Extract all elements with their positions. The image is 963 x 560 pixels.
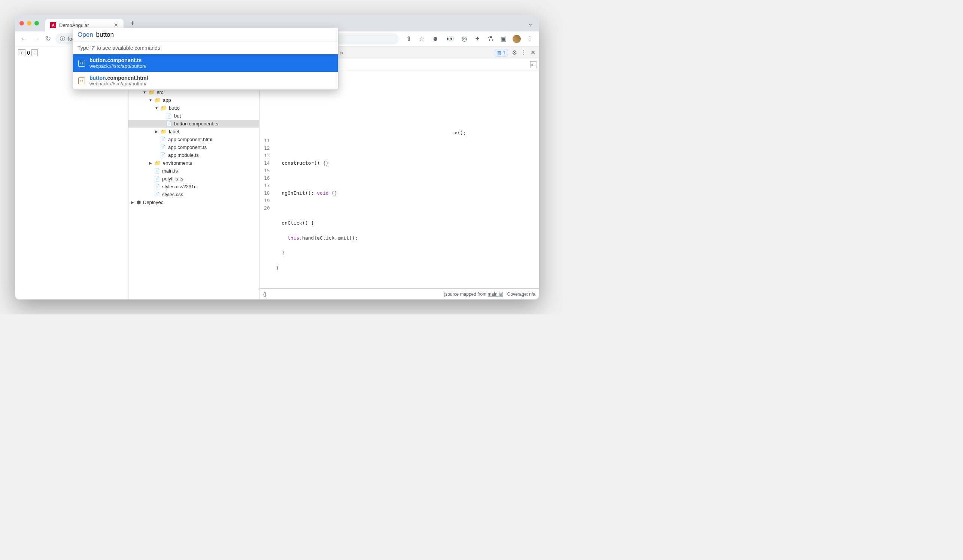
open-file-hint: Type '?' to see available commands: [73, 42, 338, 54]
issues-count: 1: [503, 50, 506, 55]
tree-app[interactable]: ▼📁app: [128, 96, 259, 104]
decrement-button[interactable]: -: [31, 49, 38, 56]
pretty-print-icon[interactable]: {}: [263, 291, 266, 297]
tree-label-folder[interactable]: ▶📁label: [128, 128, 259, 136]
issues-icon: ▤: [497, 50, 501, 55]
open-file-input[interactable]: [96, 31, 334, 39]
devtools-panel: ⬀ ▭ Elements Console Sources Network Per…: [128, 47, 539, 299]
code-text[interactable]: constructor() {} ngOnInit(): void {} onC…: [273, 136, 361, 288]
new-tab-button[interactable]: +: [127, 18, 138, 29]
counter-value: 0: [27, 50, 30, 56]
extension-shield-icon[interactable]: ◎: [460, 35, 469, 43]
line-numbers: 11 12 13 14 15 16 17 18 19 20: [259, 136, 273, 288]
package-icon: ⬢: [137, 199, 141, 205]
source-mapped-label: (source mapped from main.js): [444, 291, 503, 297]
tree-app-ts[interactable]: 📄app.component.ts: [128, 143, 259, 151]
tab-title: DemoAngular: [59, 23, 89, 28]
tabs-overflow-icon[interactable]: »: [339, 49, 345, 56]
labs-flask-icon[interactable]: ⚗: [486, 35, 494, 43]
toolbar-right: ⇧ ☆ ☻ 👀 ◎ ✦ ⚗ ▣ ⋮: [405, 35, 535, 43]
file-icon: 📄: [160, 144, 166, 150]
file-icon: 📄: [166, 113, 172, 119]
file-icon: 📄: [166, 121, 172, 126]
open-file-result-selected[interactable]: ⟨⟩ button.component.ts webpack:///src/ap…: [73, 54, 338, 72]
folder-icon: 📁: [160, 105, 167, 111]
tab-close-icon[interactable]: ✕: [114, 22, 118, 28]
traffic-lights: [19, 21, 39, 26]
tree-button-ts[interactable]: 📄button.component.ts: [128, 120, 259, 128]
tree-app-module[interactable]: 📄app.module.ts: [128, 151, 259, 159]
window-close-icon[interactable]: [19, 21, 24, 26]
window-zoom-icon[interactable]: [34, 21, 39, 26]
file-icon: 📄: [154, 184, 160, 189]
devtools-menu-icon[interactable]: ⋮: [521, 49, 527, 56]
tree-main-ts[interactable]: 📄main.ts: [128, 167, 259, 175]
issues-badge[interactable]: ▤ 1: [494, 49, 508, 57]
content-row: + 0 - ⬀ ▭ Elements Console Sources Netwo…: [15, 47, 539, 299]
bookmark-star-icon[interactable]: ☆: [417, 35, 426, 43]
extensions-puzzle-icon[interactable]: ✦: [473, 35, 481, 43]
angular-favicon: A: [50, 22, 56, 28]
sources-body: Page Filesystem ▼</>Authored ▼☁webpack:/…: [128, 59, 539, 299]
file-icon: 📄: [160, 152, 166, 158]
profile-avatar[interactable]: [512, 35, 521, 43]
open-file-dialog: Open Type '?' to see available commands …: [73, 28, 339, 90]
tree-styles-q[interactable]: 📄styles.css?231c: [128, 183, 259, 191]
coverage-label: Coverage: n/a: [507, 291, 535, 297]
source-map-link[interactable]: main.js: [488, 291, 502, 297]
tree-styles[interactable]: 📄styles.css: [128, 191, 259, 198]
file-icon: 📄: [154, 192, 160, 197]
tab-overview-icon[interactable]: ▣: [499, 35, 508, 43]
editor-pane: ⇤ Emitter } from '@a >(); 11 12 13 14 15…: [259, 59, 539, 299]
tabs-dropdown-icon[interactable]: ⌄: [526, 19, 535, 28]
folder-icon: 📁: [149, 89, 155, 95]
devtools-close-icon[interactable]: ✕: [530, 49, 535, 56]
extension-face-icon[interactable]: ☻: [431, 35, 440, 43]
open-file-result[interactable]: ⟨⟩ button.component.html webpack:///src/…: [73, 72, 338, 89]
file-thumb-icon: ⟨⟩: [78, 78, 85, 84]
chrome-menu-icon[interactable]: ⋮: [525, 35, 535, 43]
extension-eyes-icon[interactable]: 👀: [445, 35, 456, 43]
reload-button[interactable]: ↻: [44, 35, 52, 43]
tree-environments[interactable]: ▶📁environments: [128, 159, 259, 167]
site-info-icon[interactable]: ⓘ: [60, 36, 65, 42]
code-area[interactable]: 11 12 13 14 15 16 17 18 19 20 constructo…: [259, 136, 539, 288]
folder-icon: 📁: [155, 97, 160, 103]
file-thumb-icon: ⟨⟩: [78, 60, 85, 66]
share-icon[interactable]: ⇧: [405, 35, 413, 43]
tree-button-html[interactable]: 📄but: [128, 112, 259, 120]
file-icon: 📄: [160, 137, 166, 142]
back-button[interactable]: ←: [19, 35, 29, 43]
increment-button[interactable]: +: [18, 49, 26, 56]
window-minimize-icon[interactable]: [27, 21, 31, 26]
file-icon: 📄: [154, 168, 160, 174]
sources-navigator: Page Filesystem ▼</>Authored ▼☁webpack:/…: [128, 59, 259, 299]
open-label: Open: [78, 31, 93, 39]
forward-button[interactable]: →: [32, 35, 41, 43]
devtools-settings-icon[interactable]: ⚙: [512, 49, 517, 56]
tree-app-html[interactable]: 📄app.component.html: [128, 136, 259, 143]
tree-polyfills[interactable]: 📄polyfills.ts: [128, 175, 259, 183]
chrome-window: A DemoAngular ✕ + ⌄ ← → ↻ ⓘ localhost:42…: [15, 15, 539, 299]
toggle-sidebar-icon[interactable]: ⇤: [530, 62, 537, 68]
editor-bottom-bar: {} (source mapped from main.js) Coverage…: [259, 288, 539, 299]
open-file-search-row: Open: [73, 28, 338, 42]
file-tree: ▼</>Authored ▼☁webpack:// ▼📁src ▼📁app ▼📁…: [128, 70, 259, 299]
folder-icon: 📁: [155, 160, 160, 166]
file-icon: 📄: [154, 176, 160, 181]
folder-icon: 📁: [160, 129, 167, 134]
tree-button-folder[interactable]: ▼📁butto: [128, 104, 259, 112]
tree-deployed[interactable]: ▶⬢Deployed: [128, 198, 259, 206]
editor-close-output: >();: [259, 130, 469, 136]
